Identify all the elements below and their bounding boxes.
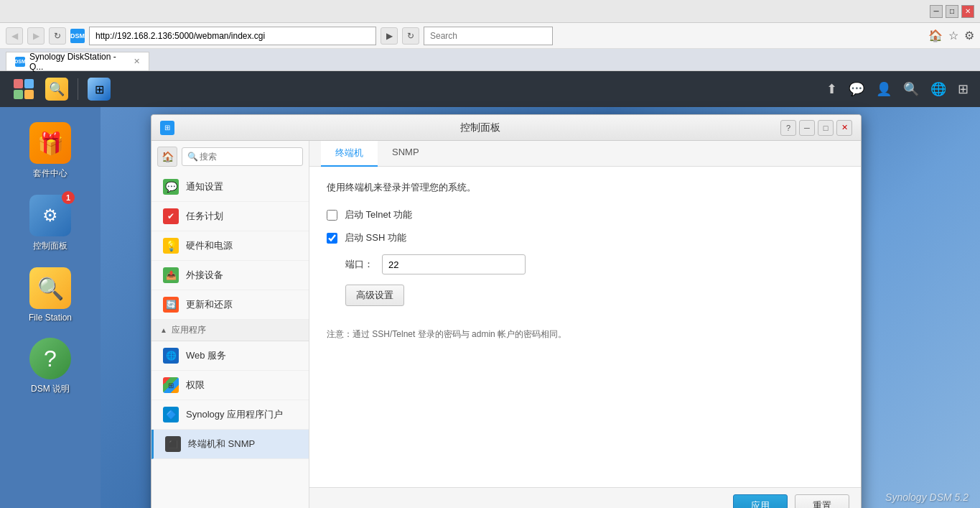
sidebar-item-web-label: Web 服务 [186,349,226,362]
window-minimize-btn[interactable]: ─ [799,120,815,136]
dsm-help-label: DSM 说明 [31,383,70,395]
apply-button[interactable]: 应用 [733,494,788,509]
port-label: 端口： [345,258,373,271]
file-station-icon: 🔍 [29,267,71,309]
task-scheduler-icon: ✔ [163,208,179,224]
window-close-btn[interactable]: ✕ [836,120,852,136]
tab-favicon: DSM [15,57,25,67]
layout-icon[interactable]: ⊞ [955,78,971,100]
browser-nav-bar: ◀ ▶ ↻ DSM ▶ ↻ 🏠 ☆ ⚙ [0,23,980,49]
browser-nav-icons: 🏠 ☆ ⚙ [928,29,974,42]
window-help-btn[interactable]: ? [780,120,796,136]
sidebar-item-permissions[interactable]: ⊞ 权限 [151,371,309,400]
ssh-checkbox-row: 启动 SSH 功能 [327,231,844,244]
user-icon[interactable]: 👤 [873,78,895,100]
tab-terminal[interactable]: 终端机 [321,141,378,167]
window-footer: 应用 重置 [309,487,861,508]
ssh-checkbox[interactable] [327,233,337,244]
ssh-label[interactable]: 启动 SSH 功能 [345,231,406,244]
chat-icon[interactable]: 💬 [846,78,867,100]
taskbar-right-icons: ⬆ 💬 👤 🔍 🌐 ⊞ [823,78,971,100]
browser-title-buttons: ─ □ ✕ [930,5,974,18]
sidebar-item-external[interactable]: 📤 外接设备 [151,261,309,290]
window-icon: ⊞ [160,121,174,135]
content-description: 使用终端机来登录并管理您的系统。 [327,181,844,194]
window-titlebar: ⊞ 控制面板 ? ─ □ ✕ [151,115,861,141]
apps-grid-icon [14,79,34,99]
web-service-icon: 🌐 [163,348,179,364]
browser-search-input[interactable] [424,27,553,45]
section-label: 应用程序 [172,324,206,336]
browser-close-btn[interactable]: ✕ [961,5,974,18]
window-title: 控制面板 [180,121,780,134]
browser-chrome: ─ □ ✕ ◀ ▶ ↻ DSM ▶ ↻ 🏠 ☆ ⚙ DSM Synology D… [0,0,980,71]
controlpanel-taskbar-icon: ⊞ [88,78,111,101]
permissions-icon: ⊞ [163,377,179,393]
sidebar-item-web-service[interactable]: 🌐 Web 服务 [151,341,309,371]
section-arrow: ▲ [160,326,167,334]
home-icon[interactable]: 🏠 [928,29,943,42]
star-icon[interactable]: ☆ [948,29,958,42]
address-bar[interactable] [89,27,376,45]
tab-label: Synology DiskStation - Q... [29,52,126,72]
advanced-settings-btn[interactable]: 高级设置 [345,285,404,306]
hardware-icon: 💡 [163,238,179,254]
sidebar-item-update-label: 更新和还原 [186,298,233,311]
window-body: 🏠 🔍 💬 通知设置 ✔ 任务计划 💡 硬件和电源 [151,141,861,508]
package-center-icon-img: 🎁 [29,121,72,165]
sidebar-search-wrapper: 🔍 [182,147,303,166]
sidebar-item-hardware[interactable]: 💡 硬件和电源 [151,231,309,261]
refresh-btn[interactable]: ↻ [49,27,66,45]
telnet-label[interactable]: 启动 Telnet 功能 [345,208,412,221]
sidebar-home-btn[interactable]: 🏠 [157,147,177,167]
taskbar-app-grid[interactable] [9,74,39,104]
control-panel-icon-img: ⚙ 1 [29,194,72,237]
window-maximize-btn[interactable]: □ [818,120,834,136]
desktop-icon-dsm-help[interactable]: ? DSM 说明 [6,334,95,398]
grid-cell-1 [14,79,23,88]
filemanager-icon: 🔍 [45,78,68,101]
note-text: 注意：通过 SSH/Telnet 登录的密码与 admin 帐户的密码相同。 [327,328,844,341]
network-icon[interactable]: 🌐 [928,78,949,100]
taskbar-app-controlpanel[interactable]: ⊞ [84,74,114,104]
desktop-icon-package-center[interactable]: 🎁 套件中心 [6,119,95,183]
desktop: 🎁 套件中心 ⚙ 1 控制面板 🔍 File Station ? DSM 说明 [0,107,980,508]
telnet-checkbox[interactable] [327,210,337,221]
go-btn[interactable]: ▶ [381,27,398,45]
sidebar-item-notification[interactable]: 💬 通知设置 [151,172,309,202]
refresh-page-btn[interactable]: ↻ [402,27,419,45]
desktop-icon-control-panel[interactable]: ⚙ 1 控制面板 [6,191,95,255]
back-btn[interactable]: ◀ [6,27,23,45]
notification-icon: 💬 [163,179,179,195]
package-center-icon: 🎁 [29,122,71,164]
window-controls: ? ─ □ ✕ [780,120,852,136]
browser-maximize-btn[interactable]: □ [946,5,958,18]
sidebar-item-terminal-snmp[interactable]: ⬛ 终端机和 SNMP [151,430,309,459]
sidebar-item-portal-label: Synology 应用程序门户 [186,408,283,421]
sidebar-item-synology-portal[interactable]: 🔷 Synology 应用程序门户 [151,400,309,430]
sidebar-item-task-scheduler[interactable]: ✔ 任务计划 [151,202,309,231]
sidebar-item-update[interactable]: 🔄 更新和还原 [151,290,309,320]
external-icon: 📤 [163,267,179,283]
browser-favicon: DSM [70,29,85,43]
tab-close-btn[interactable]: ✕ [134,57,140,66]
forward-btn[interactable]: ▶ [27,27,45,45]
sidebar-search-icon: 🔍 [187,152,198,162]
browser-minimize-btn[interactable]: ─ [930,5,943,18]
sidebar-search-input[interactable] [182,147,303,166]
port-input[interactable] [382,254,526,274]
tab-bar: 终端机 SNMP [309,141,861,167]
file-station-label: File Station [29,313,72,323]
tab-snmp[interactable]: SNMP [378,141,434,167]
upload-icon[interactable]: ⬆ [823,78,840,100]
reset-button[interactable]: 重置 [795,494,849,509]
control-panel-label: 控制面板 [33,240,67,252]
taskbar-separator [78,78,78,100]
browser-tab-active[interactable]: DSM Synology DiskStation - Q... ✕ [6,52,149,70]
settings-icon[interactable]: ⚙ [964,29,974,42]
desktop-icon-file-station[interactable]: 🔍 File Station [6,264,95,325]
browser-tabs: DSM Synology DiskStation - Q... ✕ [0,49,980,70]
search-taskbar-icon[interactable]: 🔍 [900,78,922,100]
grid-cell-4 [24,90,34,99]
taskbar-app-filemanager[interactable]: 🔍 [42,74,72,104]
